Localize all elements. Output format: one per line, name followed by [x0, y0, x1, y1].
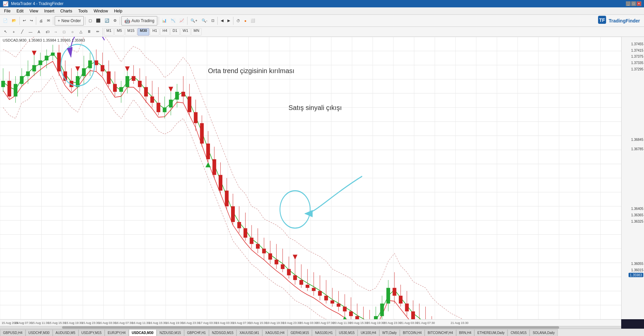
time-tick: 16 Aug 03:30 — [98, 321, 116, 325]
timeframe-btn-h4[interactable]: H4 — [160, 28, 169, 36]
toolbar-fit-btn[interactable]: ⊡ — [210, 16, 216, 25]
toolbar-btn6[interactable]: ⬛ — [94, 16, 102, 25]
bottom-tab-bitcoinchf-h4[interactable]: BITCOINCHF,H4 — [425, 329, 456, 336]
scrollbar-thumb[interactable] — [62, 326, 559, 329]
main-chart[interactable]: USDCAD,M30 1.35983 1.35984 1.35965 1.359… — [0, 37, 621, 319]
timeframe-btn-m15[interactable]: M15 — [125, 28, 137, 36]
chart-area[interactable]: USDCAD,M30 1.35983 1.35984 1.35965 1.359… — [0, 37, 644, 319]
triangle-btn[interactable]: △ — [77, 28, 85, 36]
menu-item-help[interactable]: Help — [111, 8, 125, 14]
hline-btn[interactable]: — — [26, 28, 35, 36]
toolbar-btn5[interactable]: ▢ — [87, 16, 94, 25]
menu-item-tools[interactable]: Tools — [75, 8, 90, 14]
pencil-btn[interactable]: ✏ — [94, 28, 102, 36]
toolbar-window-btn[interactable]: ⬜ — [249, 16, 257, 25]
bottom-tab-usdchf-m30[interactable]: USDCHF,M30 — [25, 329, 53, 336]
cursor-btn[interactable]: ↖ — [1, 28, 9, 36]
svg-rect-166 — [343, 307, 346, 312]
bottom-tab-eurjpy-h4[interactable]: EURJPY,H4 — [105, 329, 129, 336]
bottom-tab-cn50-m15[interactable]: CN50,M15 — [507, 329, 530, 336]
text-btn[interactable]: A — [35, 28, 43, 36]
arrow-btn[interactable]: → — [52, 28, 60, 36]
svg-rect-156 — [312, 288, 316, 291]
bottom-tab-bitcoin-h4[interactable]: BITCOIN,H4 — [400, 329, 425, 336]
price-tick: 1.37415 — [631, 48, 643, 52]
bottom-tab-nzdsgd-m15[interactable]: NZDSGD,M15 — [209, 329, 236, 336]
robot-icon: 🤖 — [124, 18, 130, 23]
bottom-tab-brn-h4[interactable]: BRN,H4 — [456, 329, 475, 336]
bottom-tab-gbpusd-h4[interactable]: GBPUSD,H4 — [0, 329, 25, 336]
timeframe-btn-h1[interactable]: H1 — [150, 28, 159, 36]
toolbar-redo-btn[interactable]: ↪ — [28, 16, 35, 25]
menu-item-edit[interactable]: Edit — [14, 8, 26, 14]
bottom-tab-ger40-m15[interactable]: GER40,M15 — [287, 329, 312, 336]
toolbar-btn7[interactable]: 🔄 — [103, 16, 111, 25]
menu-item-file[interactable]: File — [1, 8, 13, 14]
chart-scrollbar[interactable] — [0, 326, 621, 329]
toolbar-zoom-out-btn[interactable]: 🔍- — [200, 16, 209, 25]
menu-item-view[interactable]: View — [27, 8, 41, 14]
time-tick: 20 Aug 11:30 — [333, 321, 351, 325]
toolbar-scroll-right-btn[interactable]: ▶ — [226, 16, 232, 25]
toolbar-print-btn[interactable]: 🖨 — [38, 16, 45, 25]
label-btn[interactable]: 🏷 — [43, 28, 51, 36]
timeframe-btn-m30[interactable]: M30 — [138, 28, 149, 36]
toolbar-zoom-in-btn[interactable]: 🔍+ — [189, 16, 199, 25]
auto-trading-btn[interactable]: 🤖 Auto Trading — [121, 16, 157, 25]
bottom-tab-nzdusd-m15[interactable]: NZDUSD,M15 — [157, 329, 184, 336]
svg-rect-152 — [300, 280, 303, 285]
time-tick: 20 Aug 15:30 — [350, 321, 368, 325]
line-btn[interactable]: ╱ — [18, 28, 26, 36]
bottom-tab-us30-m15[interactable]: US30,M15 — [336, 329, 358, 336]
toolbar-btn8[interactable]: ⚙ — [112, 16, 118, 25]
ellipse-btn[interactable]: ○ — [68, 28, 76, 36]
toolbar-email-btn[interactable]: ✉ — [45, 16, 52, 25]
price-axis: 1.374551.374151.373751.373351.372951.368… — [621, 37, 644, 319]
sep5 — [120, 17, 120, 25]
menu-item-charts[interactable]: Charts — [58, 8, 75, 14]
time-tick: 20 Aug 03:30 — [300, 321, 317, 325]
toolbar-chart3-btn[interactable]: 📈 — [178, 16, 186, 25]
fib-btn[interactable]: Ⅲ — [85, 28, 93, 36]
maximize-btn[interactable]: □ — [631, 1, 636, 6]
timeframe-btn-mn[interactable]: MN — [191, 28, 202, 36]
svg-rect-90 — [107, 71, 111, 84]
close-btn[interactable]: ✕ — [637, 1, 641, 6]
new-order-btn[interactable]: + New Order — [55, 16, 84, 25]
time-tick: 15 Aug 23:30 — [82, 321, 99, 325]
bottom-tab-nas100-h1[interactable]: NAS100,H1 — [312, 329, 336, 336]
toolbar-undo-btn[interactable]: ↩ — [21, 16, 28, 25]
price-tick: 1.36055 — [631, 262, 643, 265]
bottom-tab-usdjpy-m15[interactable]: USDJPY,M15 — [78, 329, 105, 336]
toolbar-color-btn[interactable]: ● — [243, 16, 248, 25]
toolbar-open-btn[interactable]: 📂 — [10, 16, 18, 25]
bottom-tab-wti-daily[interactable]: WTI,Daily — [379, 329, 400, 336]
minimize-btn[interactable]: _ — [626, 1, 631, 6]
timeframe-btn-w1[interactable]: W1 — [180, 28, 191, 36]
timeframe-btn-d1[interactable]: D1 — [170, 28, 180, 36]
toolbar-new-btn[interactable]: 📄 — [1, 16, 9, 25]
bottom-tab-audusd-m5[interactable]: AUDUSD,M5 — [53, 329, 78, 336]
svg-rect-62 — [20, 76, 23, 84]
toolbar-period-btn[interactable]: ⏱ — [235, 16, 242, 25]
toolbar-chart2-btn[interactable]: 📉 — [169, 16, 177, 25]
bottom-tab-ethereum-daily[interactable]: ETHEREUM,Daily — [474, 329, 507, 336]
bottom-tab-solana-daily[interactable]: SOLANA,Daily — [530, 329, 558, 336]
cross-btn[interactable]: + — [10, 28, 18, 36]
chart-svg — [0, 37, 621, 319]
bottom-tab-uk100-h4[interactable]: UK100,H4 — [358, 329, 379, 336]
main-toolbar: 📄 📂 ↩ ↪ 🖨 ✉ + New Order ▢ ⬛ 🔄 ⚙ 🤖 Auto T… — [0, 15, 644, 27]
bottom-tab-gbpchf-h1[interactable]: GBPCHF,H1 — [184, 329, 209, 336]
svg-rect-144 — [275, 260, 278, 264]
timeframe-btn-m5[interactable]: M5 — [114, 28, 124, 36]
bottom-tab-usdcad-m30[interactable]: USDCAD,M30 — [129, 329, 157, 336]
menu-item-window[interactable]: Window — [91, 8, 111, 14]
bottom-tab-xagusd-h4[interactable]: XAGUSD,H4 — [262, 329, 288, 336]
toolbar-scroll-left-btn[interactable]: ◀ — [219, 16, 225, 25]
timeframe-btn-m1[interactable]: M1 — [104, 28, 114, 36]
rect-btn[interactable]: □ — [60, 28, 68, 36]
menu-item-insert[interactable]: Insert — [42, 8, 57, 14]
bottom-tab-xauusd-m1[interactable]: XAUUSD,M1 — [236, 329, 262, 336]
tf-logo-icon: TF — [597, 15, 607, 26]
toolbar-chart1-btn[interactable]: 📊 — [160, 16, 168, 25]
